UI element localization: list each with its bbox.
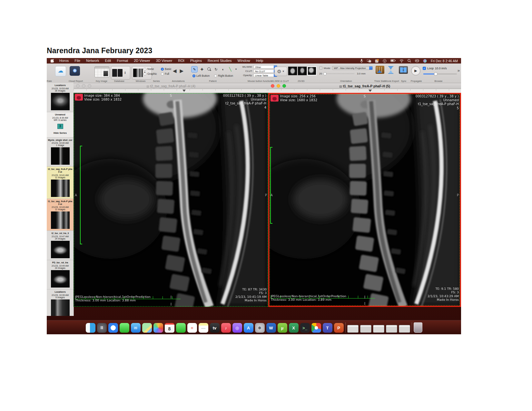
zoom-button[interactable] <box>88 84 91 88</box>
series-list-item[interactable]: t2_tse_sag_freA-P pha F-H 2/1/23, 10:41 … <box>47 167 74 199</box>
utorrent[interactable]: µ <box>278 323 287 333</box>
annotations-graphic-radio[interactable]: Graphic <box>143 72 161 75</box>
series-list-item[interactable]: t1_tse_sag_freA-P pha F-H 2/1/23, 10:43 … <box>47 199 74 231</box>
orientation-coronal-button[interactable] <box>298 66 307 75</box>
zoom-tool-icon[interactable] <box>206 66 212 72</box>
zoom-button[interactable] <box>282 84 286 88</box>
minimized-window-3[interactable] <box>373 325 384 333</box>
orientation-axial-button[interactable] <box>288 66 297 75</box>
clut-select[interactable]: No CLUT <box>253 69 277 73</box>
left-button-radio[interactable]: Left Button <box>192 74 210 77</box>
trash[interactable] <box>414 322 422 333</box>
menu-item[interactable]: 3D Viewer <box>153 58 175 64</box>
reminders[interactable]: ≡ <box>187 323 197 333</box>
control-center-icon[interactable] <box>415 59 419 62</box>
key-image-badge[interactable] <box>75 94 83 101</box>
displays-icon[interactable] <box>367 59 371 63</box>
virtualbox-icon[interactable] <box>383 59 387 63</box>
propagate-button[interactable] <box>399 66 408 74</box>
mri-viewer-t2[interactable]: Image size: 384 x 384 View size: 1680 x … <box>74 93 268 307</box>
windows-layout-control[interactable]: ▲▼ <box>111 66 130 80</box>
key-image-button[interactable] <box>70 66 80 76</box>
messages[interactable] <box>120 323 129 333</box>
menu-item[interactable]: Recent Studies <box>205 58 235 64</box>
menu-item[interactable]: File <box>72 58 83 64</box>
series-list-item[interactable]: Unnamed 2/1/23, 8:39 AM MR: 6 series 3 H… <box>47 112 74 138</box>
siri-icon[interactable] <box>423 59 427 63</box>
chevron-down-icon[interactable]: ▾ <box>234 66 238 72</box>
notes[interactable]: ― <box>199 323 208 333</box>
pan-tool-icon[interactable]: ✚ <box>199 66 205 72</box>
series-thumbnail[interactable] <box>51 211 70 229</box>
minimize-button[interactable] <box>82 84 85 88</box>
safari[interactable] <box>108 323 118 333</box>
close-button[interactable] <box>271 84 274 88</box>
teams[interactable]: T <box>323 323 332 333</box>
facetime[interactable] <box>176 323 186 333</box>
wifi-icon[interactable] <box>399 59 404 63</box>
dock-separator-1[interactable] <box>345 322 346 333</box>
orientation-sagittal-button[interactable] <box>307 66 317 75</box>
wlww-select[interactable]: Other <box>253 65 277 69</box>
calendar[interactable]: 8 <box>165 323 174 333</box>
chrome[interactable] <box>311 323 321 333</box>
menu-item[interactable]: Help <box>253 58 266 64</box>
pencil-tool-icon[interactable]: ✎ <box>191 66 198 73</box>
thick-slab-slider[interactable] <box>324 73 355 74</box>
menu-bar-clock[interactable]: Fri Dec 8 2:46 AM <box>431 59 458 63</box>
window-titlebar[interactable]: ▤t1_tse_sag_freA-P phaF-H (5) <box>268 83 461 89</box>
dock-separator-2[interactable] <box>412 322 412 333</box>
mri-viewer-t1[interactable]: Image size: 256 x 256 View size: 1680 x … <box>268 93 461 307</box>
app-badge-icon[interactable] <box>375 59 379 63</box>
series-list-item[interactable]: Localizers 2/1/23, 10:39 AM 9 Images <box>47 289 74 316</box>
series-thumbnail[interactable] <box>51 147 70 165</box>
minimized-window-5[interactable] <box>399 325 410 333</box>
wlww-tool-icon[interactable]: ◐ <box>220 66 226 72</box>
series-thumbnail[interactable] <box>51 93 70 110</box>
series-thumbnail[interactable] <box>51 241 70 258</box>
next-patient-button[interactable]: ▶ <box>180 68 184 74</box>
hide-series-button[interactable]: Hide Series <box>47 132 73 134</box>
terminal[interactable]: >_ <box>300 323 310 333</box>
app-store[interactable]: A <box>244 323 253 333</box>
system-preferences[interactable]: ✱ <box>255 323 265 333</box>
right-button-radio[interactable]: Right Button <box>214 74 233 77</box>
rotate-tool-icon[interactable]: ↻ <box>213 66 219 72</box>
apple-tv[interactable]: tv <box>210 323 220 333</box>
previous-patient-button[interactable]: ◀ <box>173 68 177 74</box>
finder[interactable] <box>86 323 95 333</box>
launchpad[interactable]: ⠿ <box>97 323 107 333</box>
series-thumbnail[interactable] <box>51 270 70 288</box>
mri-image-t1[interactable] <box>268 93 461 307</box>
loop-checkbox[interactable]: ✓ <box>423 67 426 70</box>
close-button[interactable] <box>76 84 80 88</box>
cloud-report-button[interactable]: ☁ <box>55 66 66 76</box>
microphone-icon[interactable] <box>360 59 363 63</box>
series-list-item[interactable]: Myelo_single shot_cor 2/1/23, 10:40 AM 1… <box>47 138 74 167</box>
maps[interactable] <box>142 323 152 333</box>
word[interactable]: W <box>266 323 276 333</box>
menu-item[interactable]: Window <box>235 58 253 64</box>
menu-item[interactable]: Edit <box>102 58 114 64</box>
spotlight-icon[interactable] <box>408 59 411 63</box>
minimized-window-2[interactable] <box>360 325 371 333</box>
stepper-icon[interactable]: ▲▼ <box>124 71 126 74</box>
menu-item[interactable]: Network <box>83 58 102 64</box>
menu-item[interactable]: 2D Viewer <box>131 58 153 64</box>
measure-tool-icon[interactable]: ╲ <box>227 66 233 72</box>
sync-button[interactable] <box>388 66 394 75</box>
thick-slab-mode-select[interactable]: MIP - Max Intensity Projection <box>332 66 373 70</box>
podcasts[interactable]: ◎ <box>232 323 242 333</box>
database-button[interactable] <box>94 66 109 77</box>
play-button[interactable]: ▶ <box>411 66 420 75</box>
menu-item[interactable]: ROI <box>175 58 187 64</box>
minimized-window-4[interactable] <box>386 325 397 333</box>
music[interactable]: ♪ <box>221 323 231 333</box>
menu-item[interactable]: Format <box>114 58 131 64</box>
toolbar-overflow-button[interactable]: » <box>458 68 460 73</box>
apple-menu-icon[interactable] <box>51 59 54 63</box>
menu-item[interactable]: Horos <box>56 58 72 64</box>
series-thumbnail[interactable] <box>51 180 70 197</box>
series-list-item[interactable]: PD_tse_rst_tra 2/1/23, 10:49 AM 24 Image… <box>47 260 74 289</box>
series-list-item[interactable]: Localizers 2/1/23, 10:53 AM 26 Images <box>47 83 74 112</box>
